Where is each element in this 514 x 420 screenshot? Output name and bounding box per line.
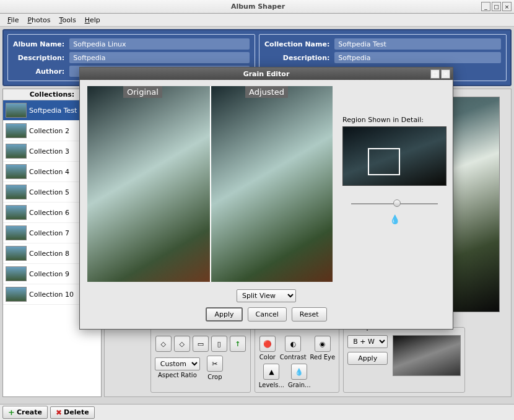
minimize-button[interactable]: _ bbox=[481, 2, 490, 11]
create-button[interactable]: +Create bbox=[2, 406, 48, 419]
flip-v-icon[interactable]: ▯ bbox=[211, 336, 227, 352]
menu-help[interactable]: Help bbox=[81, 15, 104, 25]
modal-restore-button[interactable]: □ bbox=[430, 69, 440, 79]
collection-desc-field[interactable]: Softpedia bbox=[334, 52, 501, 63]
grain-slider[interactable] bbox=[351, 203, 438, 204]
collection-name-label: Collection Name: bbox=[264, 40, 329, 48]
manipulate-select[interactable]: B + W bbox=[347, 335, 388, 348]
arrow-up-icon[interactable]: ↑ bbox=[230, 336, 246, 352]
maximize-button[interactable]: □ bbox=[492, 2, 501, 11]
aspect-ratio-select[interactable]: Custom bbox=[155, 357, 200, 370]
x-icon: ✖ bbox=[56, 408, 62, 417]
original-label: Original bbox=[123, 86, 162, 98]
modal-body: Original Adjusted Region Shown in Detail… bbox=[80, 80, 453, 289]
aspect-ratio-label: Aspect Ratio bbox=[158, 372, 197, 378]
levels-icon[interactable]: ▲ bbox=[263, 364, 279, 380]
menu-file[interactable]: File bbox=[4, 15, 22, 25]
original-side bbox=[87, 86, 210, 282]
album-author-label: Author: bbox=[13, 68, 64, 76]
rotate-right-icon[interactable]: ◇ bbox=[174, 336, 190, 352]
album-name-label: Album Name: bbox=[13, 40, 64, 48]
manipulate-preview bbox=[393, 335, 461, 376]
album-desc-field[interactable]: Softpedia bbox=[69, 52, 250, 63]
collection-name-field[interactable]: Softpedia Test bbox=[334, 38, 501, 50]
enhance-group: Enhance 🔴Color ◐Contrast ◉Red Eye ▲Level… bbox=[255, 323, 339, 393]
menu-tools[interactable]: Tools bbox=[56, 15, 80, 25]
crop-icon[interactable]: ✂ bbox=[207, 356, 223, 372]
collection-desc-label: Description: bbox=[264, 54, 329, 62]
close-button[interactable]: × bbox=[502, 2, 512, 11]
redeye-icon[interactable]: ◉ bbox=[315, 336, 331, 352]
thumb-icon bbox=[6, 144, 27, 159]
window-title: Album Shaper bbox=[37, 2, 479, 11]
modal-apply-button[interactable]: Apply bbox=[206, 307, 242, 322]
menu-bar: File Photos Tools Help bbox=[0, 14, 514, 27]
manipulate-group: Manipulate B + W Apply bbox=[343, 323, 465, 393]
menu-photos[interactable]: Photos bbox=[24, 15, 54, 25]
footer-bar: +Create ✖Delete bbox=[0, 404, 514, 420]
album-name-field[interactable]: Softpedia Linux bbox=[69, 38, 250, 50]
modal-cancel-button[interactable]: Cancel bbox=[248, 307, 287, 322]
region-box[interactable] bbox=[368, 148, 400, 175]
view-mode-select[interactable]: Split View bbox=[237, 289, 296, 302]
thumb-icon bbox=[6, 246, 27, 261]
thumb-icon bbox=[6, 205, 27, 220]
delete-button[interactable]: ✖Delete bbox=[50, 406, 95, 419]
region-overview[interactable] bbox=[342, 126, 446, 186]
contrast-icon[interactable]: ◐ bbox=[285, 336, 301, 352]
thumb-icon bbox=[6, 287, 27, 302]
manipulate-apply-button[interactable]: Apply bbox=[347, 352, 388, 365]
modal-titlebar[interactable]: Grain Editor □ × bbox=[80, 68, 453, 80]
color-icon[interactable]: 🔴 bbox=[259, 336, 276, 352]
rotate-left-icon[interactable]: ◇ bbox=[155, 336, 172, 352]
thumb-icon bbox=[6, 123, 27, 138]
slider-knob[interactable] bbox=[393, 199, 401, 207]
flip-h-icon[interactable]: ▭ bbox=[193, 336, 209, 352]
tool-panel: Frame ◇ ◇ ▭ ▯ ↑ Custom Aspect Ratio ✂ Cr… bbox=[105, 320, 511, 396]
thumb-icon bbox=[6, 225, 27, 240]
region-label: Region Shown in Detail: bbox=[342, 116, 446, 124]
plus-icon: + bbox=[8, 408, 15, 417]
reset-drop-icon[interactable]: 💧 bbox=[342, 214, 446, 224]
thumb-icon bbox=[6, 164, 27, 179]
modal-right-panel: Region Shown in Detail: 💧 bbox=[342, 86, 446, 282]
album-desc-label: Description: bbox=[13, 54, 64, 62]
adjusted-label: Adjusted bbox=[245, 86, 288, 98]
thumb-icon bbox=[6, 185, 27, 199]
thumb-icon bbox=[6, 103, 27, 118]
window-titlebar: Album Shaper _ □ × bbox=[0, 0, 514, 14]
split-preview[interactable]: Original Adjusted bbox=[87, 86, 333, 282]
modal-reset-button[interactable]: Reset bbox=[292, 307, 327, 322]
adjusted-side bbox=[210, 86, 333, 282]
grain-icon[interactable]: 💧 bbox=[291, 364, 307, 380]
thumb-icon bbox=[6, 266, 27, 281]
split-handle[interactable] bbox=[210, 86, 211, 282]
frame-group: Frame ◇ ◇ ▭ ▯ ↑ Custom Aspect Ratio ✂ Cr… bbox=[150, 323, 251, 393]
modal-close-button[interactable]: × bbox=[441, 69, 450, 79]
modal-title: Grain Editor bbox=[105, 70, 428, 78]
grain-editor-dialog: Grain Editor □ × Original Adjusted Regio… bbox=[79, 67, 453, 330]
crop-label: Crop bbox=[207, 374, 222, 380]
